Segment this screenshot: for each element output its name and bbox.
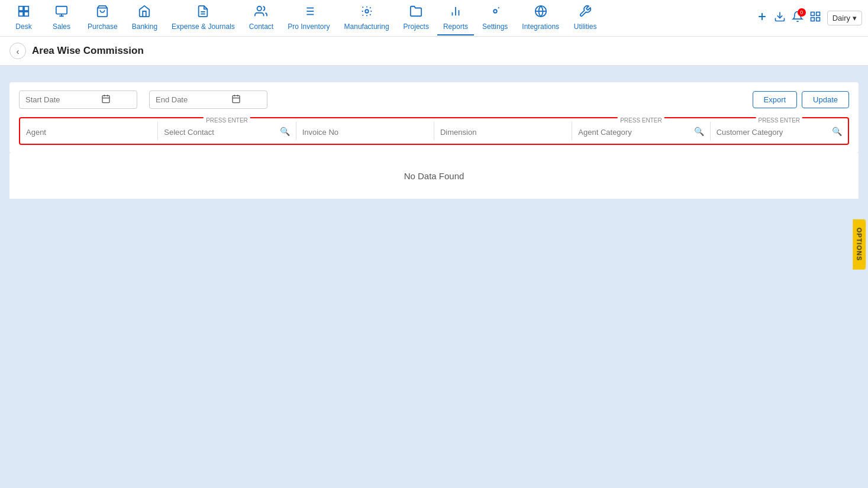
nav-item-expense[interactable]: Expense & Journals [166,1,241,35]
svg-point-19 [493,9,497,13]
pro-inventory-icon [302,5,315,21]
select-contact-search-icon[interactable]: 🔍 [280,127,290,136]
filter-fields: PRESS ENTER 🔍 PRESS ENTER [20,122,848,140]
banking-icon [138,5,151,21]
svg-rect-25 [811,12,814,16]
nav-item-purchase[interactable]: Purchase [82,1,124,35]
update-button[interactable]: Update [802,91,849,108]
nav-item-integrations[interactable]: Integrations [516,1,565,35]
reports-icon [449,5,462,21]
agent-category-search-icon[interactable]: 🔍 [694,127,704,136]
sales-icon [55,5,68,21]
svg-rect-1 [24,6,28,10]
select-contact-field-inner: 🔍 [164,123,289,139]
end-date-calendar-icon[interactable] [231,94,241,105]
svg-rect-26 [816,12,819,16]
projects-icon [409,5,422,21]
invoice-no-input[interactable] [302,123,428,139]
nav-item-banking[interactable]: Banking [126,1,163,35]
nav-item-contact[interactable]: Contact [243,1,279,35]
svg-rect-2 [19,11,23,15]
nav-item-reports[interactable]: Reports [437,1,474,35]
svg-rect-33 [233,96,240,103]
nav-item-utilities[interactable]: Utilities [567,1,603,35]
svg-rect-28 [816,18,819,21]
nav-item-desk[interactable]: Desk [6,1,41,35]
nav-item-sales[interactable]: Sales [44,1,79,35]
svg-rect-0 [19,6,23,10]
dimension-filter-field [434,122,572,140]
nav-item-projects[interactable]: Projects [398,1,435,35]
nav-item-manufacturing[interactable]: Manufacturing [338,1,395,35]
agent-category-field-inner: 🔍 [578,123,704,139]
svg-rect-3 [24,11,28,15]
no-data-text: No Data Found [404,171,464,181]
start-date-input[interactable] [25,95,96,104]
filter-section: Export Update PRESS ENTER 🔍 [9,82,859,153]
desk-icon [17,5,30,21]
end-date-input[interactable] [156,95,227,104]
customer-category-search-icon[interactable]: 🔍 [832,127,842,136]
date-row: Export Update [19,91,849,109]
company-selector[interactable]: Dairy ▾ [827,11,862,25]
select-contact-press-enter-label: PRESS ENTER [204,117,250,124]
select-contact-input[interactable] [164,123,279,139]
export-button[interactable]: Export [753,91,798,108]
action-buttons: Export Update [753,91,850,108]
agent-category-input[interactable] [578,123,693,139]
agent-category-press-enter-label: PRESS ENTER [618,117,664,124]
invoice-no-filter-field [296,122,434,140]
dropdown-chevron-icon: ▾ [853,14,857,22]
agent-input[interactable] [26,123,151,139]
back-bar: ‹ Area Wise Commission [0,37,868,66]
dimension-input[interactable] [440,123,566,139]
notification-count: 0 [798,8,806,17]
page-title: Area Wise Commission [32,45,144,57]
customer-category-input[interactable] [717,123,832,139]
end-date-field[interactable] [149,91,267,109]
purchase-icon [96,5,109,21]
svg-rect-27 [811,18,814,21]
notification-button[interactable]: 0 [792,11,804,25]
expense-icon [196,5,209,21]
filter-fields-wrapper: PRESS ENTER 🔍 PRESS ENTER [19,117,849,145]
start-date-field[interactable] [19,91,137,109]
svg-point-8 [257,6,262,10]
settings-icon [489,5,502,21]
contact-icon [254,5,267,21]
agent-category-filter-field: PRESS ENTER 🔍 [572,122,710,140]
company-name: Dairy [832,14,850,22]
nav-item-pro-inventory[interactable]: Pro Inventory [282,1,335,35]
nav-menu: Desk Sales Purchase Banking Expense & Jo… [6,1,756,35]
top-navigation: Desk Sales Purchase Banking Expense & Jo… [0,0,868,37]
customer-category-press-enter-label: PRESS ENTER [756,117,803,124]
customer-category-filter-field: PRESS ENTER 🔍 [711,122,848,140]
svg-rect-29 [102,96,109,103]
manufacturing-icon [360,5,373,21]
no-data-section: No Data Found [9,153,859,199]
svg-rect-4 [56,6,67,14]
svg-point-15 [365,9,369,13]
nav-item-settings[interactable]: Settings [476,1,514,35]
integrations-icon [534,5,547,21]
utilities-icon [579,5,592,21]
customer-category-field-inner: 🔍 [717,123,842,139]
import-button[interactable] [774,11,786,25]
start-date-calendar-icon[interactable] [101,94,111,105]
main-content: Export Update PRESS ENTER 🔍 [0,66,868,199]
nav-right-section: 0 Dairy ▾ [756,11,862,25]
agent-filter-field [20,122,158,140]
back-button[interactable]: ‹ [9,43,26,59]
add-button[interactable] [756,11,768,25]
grid-view-button[interactable] [809,11,821,25]
select-contact-filter-field: PRESS ENTER 🔍 [158,122,296,140]
